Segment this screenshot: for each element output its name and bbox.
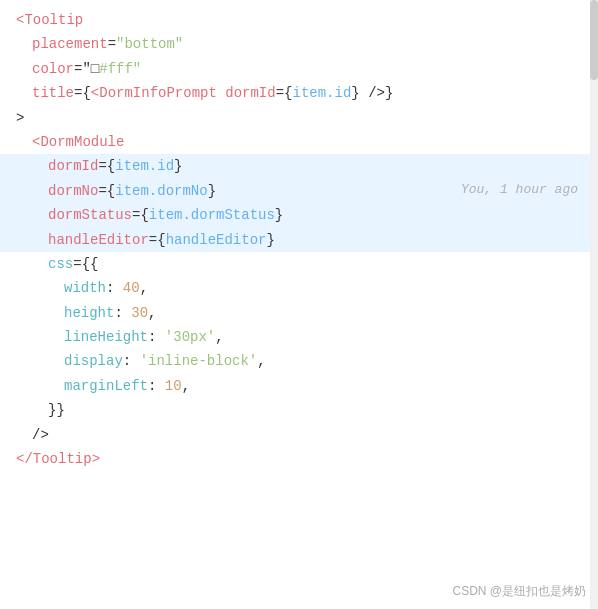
code-line: </Tooltip> bbox=[0, 447, 598, 471]
code-line: dormStatus={item.dormStatus} bbox=[0, 203, 598, 227]
code-line: /> bbox=[0, 423, 598, 447]
code-line: handleEditor={handleEditor} bbox=[0, 228, 598, 252]
code-line: display: 'inline-block', bbox=[0, 349, 598, 373]
code-line: }} bbox=[0, 398, 598, 422]
code-line: > bbox=[0, 106, 598, 130]
ghost-text: You, 1 hour ago bbox=[461, 180, 578, 201]
code-line: css={{ bbox=[0, 252, 598, 276]
code-line: placement="bottom" bbox=[0, 32, 598, 56]
code-line: title={<DormInfoPrompt dormId={item.id} … bbox=[0, 81, 598, 105]
code-line: lineHeight: '30px', bbox=[0, 325, 598, 349]
code-line: color="□#fff" bbox=[0, 57, 598, 81]
code-line: width: 40, bbox=[0, 276, 598, 300]
scrollbar-thumb[interactable] bbox=[590, 0, 598, 80]
scrollbar-vertical[interactable] bbox=[590, 0, 598, 609]
code-line: <DormModule bbox=[0, 130, 598, 154]
code-line: dormNo={item.dormNo}You, 1 hour ago bbox=[0, 179, 598, 203]
code-line: height: 30, bbox=[0, 301, 598, 325]
code-line: marginLeft: 10, bbox=[0, 374, 598, 398]
code-line: dormId={item.id} bbox=[0, 154, 598, 178]
watermark: CSDN @是纽扣也是烤奶 bbox=[452, 582, 586, 601]
code-line: <Tooltip bbox=[0, 8, 598, 32]
code-editor: <Tooltipplacement="bottom"color="□#fff"t… bbox=[0, 0, 598, 609]
